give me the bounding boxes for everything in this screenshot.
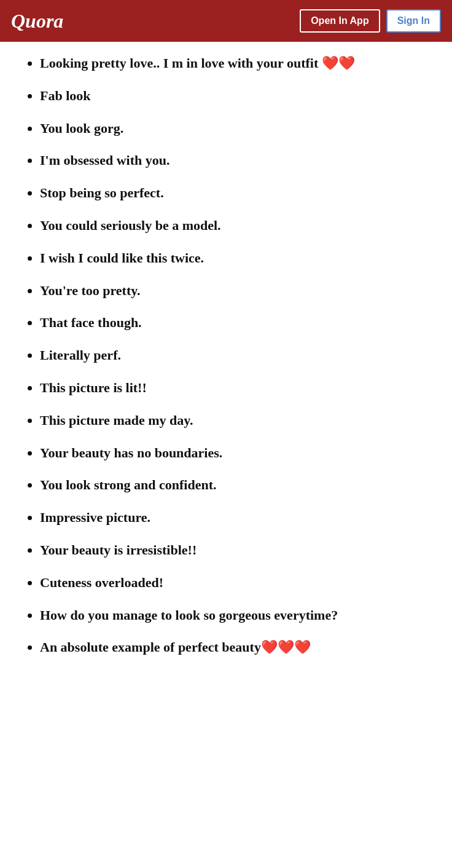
list-item: How do you manage to look so gorgeous ev…	[40, 606, 434, 625]
list-item: You look strong and confident.	[40, 476, 434, 495]
list-item: I'm obsessed with you.	[40, 151, 434, 170]
sign-in-button[interactable]: Sign In	[386, 9, 441, 33]
compliments-list: Looking pretty love.. I m in love with y…	[18, 54, 434, 657]
header-actions: Open In App Sign In	[300, 9, 441, 33]
list-item: Fab look	[40, 87, 434, 106]
list-item: You're too pretty.	[40, 282, 434, 301]
main-content: Looking pretty love.. I m in love with y…	[0, 42, 452, 689]
list-item: This picture is lit!!	[40, 379, 434, 398]
open-in-app-button[interactable]: Open In App	[300, 9, 380, 33]
list-item: You could seriously be a model.	[40, 216, 434, 235]
list-item: Your beauty has no boundaries.	[40, 444, 434, 463]
list-item: Cuteness overloaded!	[40, 574, 434, 593]
list-item: That face though.	[40, 314, 434, 333]
list-item: This picture made my day.	[40, 411, 434, 430]
quora-logo: Quora	[11, 10, 63, 33]
list-item: I wish I could like this twice.	[40, 249, 434, 268]
app-header: Quora Open In App Sign In	[0, 0, 452, 42]
list-item: Stop being so perfect.	[40, 184, 434, 203]
list-item: Impressive picture.	[40, 508, 434, 527]
list-item: Literally perf.	[40, 346, 434, 365]
list-item: You look gorg.	[40, 119, 434, 138]
list-item: Your beauty is irresistible!!	[40, 541, 434, 560]
list-item: An absolute example of perfect beauty❤️❤…	[40, 638, 434, 657]
list-item: Looking pretty love.. I m in love with y…	[40, 54, 434, 73]
